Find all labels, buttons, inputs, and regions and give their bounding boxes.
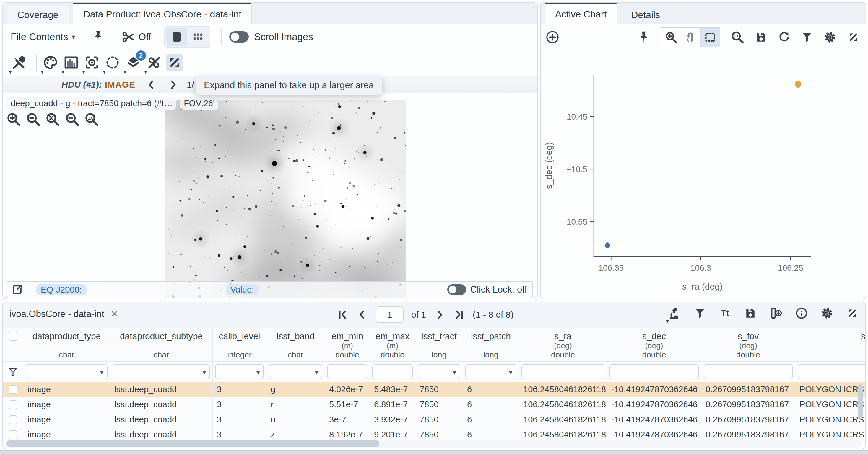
expand-panel-button[interactable] bbox=[166, 54, 183, 71]
tab-data-product[interactable]: Data Product: ivoa.ObsCore - data-int bbox=[73, 3, 252, 24]
file-contents-dropdown[interactable]: File Contents ▾ bbox=[11, 31, 75, 42]
filter-input-s_region[interactable] bbox=[798, 364, 866, 379]
unlink-wcs-button[interactable]: ▾ bbox=[145, 54, 162, 71]
filter-input-dataproduct_subtype[interactable] bbox=[113, 364, 210, 379]
table-cell-lsst_patch[interactable]: 6 bbox=[463, 382, 519, 397]
analyze-button[interactable]: ▾ bbox=[667, 306, 682, 321]
table-cell-calib_level[interactable]: 3 bbox=[213, 412, 267, 427]
table-cell-dataproduct_subtype[interactable]: lsst.deep_coadd bbox=[110, 412, 213, 427]
column-header-calib_level[interactable]: calib_levelinteger bbox=[213, 328, 267, 361]
table-cell-lsst_band[interactable]: u bbox=[267, 412, 325, 427]
last-page-button[interactable] bbox=[453, 309, 465, 321]
chart-point-highlighted[interactable] bbox=[795, 81, 801, 88]
row-checkbox[interactable] bbox=[3, 397, 23, 412]
table-cell-em_max[interactable]: 5.483e-7 bbox=[370, 382, 415, 397]
table-cell-s_region[interactable]: POLYGON ICRS 10 bbox=[795, 397, 866, 412]
table-cell-lsst_tract[interactable]: 7850 bbox=[415, 397, 463, 412]
color-palette-button[interactable]: ▾ bbox=[42, 54, 59, 71]
chart-zoom-tool-button[interactable] bbox=[661, 28, 681, 46]
add-column-button[interactable] bbox=[769, 306, 783, 320]
click-lock-toggle[interactable] bbox=[447, 284, 466, 295]
column-header-s_fov[interactable]: s_fov(deg)double bbox=[701, 328, 795, 361]
checkbox[interactable] bbox=[8, 400, 18, 409]
pin-chart-button[interactable] bbox=[637, 30, 651, 44]
table-cell-s_region[interactable]: POLYGON ICRS 10 bbox=[795, 382, 866, 397]
pin-image-button[interactable] bbox=[91, 30, 105, 44]
table-cell-dataproduct_subtype[interactable]: lsst.deep_coadd bbox=[110, 397, 213, 412]
table-cell-lsst_band[interactable]: g bbox=[267, 382, 325, 397]
tab-details[interactable]: Details bbox=[621, 6, 670, 24]
filter-input-em_max[interactable] bbox=[372, 364, 413, 379]
table-info-button[interactable] bbox=[795, 306, 808, 320]
image-tools-button[interactable]: ▾ bbox=[10, 54, 27, 71]
column-header-lsst_patch[interactable]: lsst_patchlong bbox=[463, 328, 519, 361]
column-header-s_region[interactable]: s_regionchar bbox=[795, 328, 866, 361]
filter-input-s_fov[interactable] bbox=[704, 364, 793, 379]
table-cell-s_ra[interactable]: 106.24580461826118 bbox=[519, 397, 607, 412]
add-chart-button[interactable] bbox=[546, 30, 560, 44]
table-cell-s_fov[interactable]: 0.2670995183798167 bbox=[701, 397, 795, 412]
table-cell-em_max[interactable]: 3.932e-7 bbox=[370, 412, 415, 427]
chart-save-button[interactable] bbox=[754, 31, 768, 44]
filter-input-s_ra[interactable] bbox=[522, 364, 604, 379]
chart-point-data[interactable] bbox=[605, 242, 610, 248]
table-cell-s_dec[interactable]: -10.419247870362646 bbox=[607, 397, 701, 412]
filter-input-s_dec[interactable] bbox=[610, 364, 699, 379]
zoom-in-button[interactable] bbox=[6, 111, 21, 127]
table-cell-s_dec[interactable]: -10.419247870362646 bbox=[607, 412, 701, 427]
zoom-1x-button[interactable] bbox=[84, 111, 99, 127]
recenter-button[interactable]: ▾ bbox=[83, 54, 100, 71]
select-all-checkbox[interactable] bbox=[3, 328, 23, 361]
chart-restore-button[interactable] bbox=[778, 31, 790, 44]
hdu-next-button[interactable] bbox=[167, 79, 179, 91]
next-page-button[interactable] bbox=[434, 309, 445, 321]
page-input[interactable] bbox=[376, 306, 404, 323]
filter-input-em_min[interactable] bbox=[327, 364, 367, 379]
column-header-dataproduct_type[interactable]: dataproduct_typechar bbox=[23, 328, 110, 361]
mask-overlay-button[interactable]: ▾ bbox=[104, 54, 121, 71]
table-cell-em_min[interactable]: 4.026e-7 bbox=[325, 382, 370, 397]
text-view-button[interactable] bbox=[718, 306, 732, 320]
filter-input-dataproduct_type[interactable] bbox=[26, 364, 107, 379]
tab-coverage[interactable]: Coverage bbox=[7, 6, 69, 24]
zoom-out-button[interactable] bbox=[25, 111, 41, 127]
table-cell-lsst_patch[interactable]: 6 bbox=[463, 412, 519, 427]
table-cell-s_fov[interactable]: 0.2670995183798167 bbox=[701, 382, 795, 397]
scroll-images-toggle[interactable] bbox=[229, 31, 249, 42]
prev-page-button[interactable] bbox=[356, 309, 368, 321]
chart-filter-button[interactable] bbox=[801, 31, 813, 43]
chart-zoom-reset-button[interactable] bbox=[730, 30, 745, 44]
table-cell-s_fov[interactable]: 0.2670995183798167 bbox=[701, 412, 795, 427]
table-horizontal-scrollbar[interactable] bbox=[6, 440, 862, 448]
grid-view-button[interactable] bbox=[187, 28, 209, 46]
table-cell-calib_level[interactable]: 3 bbox=[213, 382, 267, 397]
checkbox[interactable] bbox=[8, 430, 18, 439]
table-filter-button[interactable] bbox=[694, 307, 706, 319]
table-cell-s_region[interactable]: POLYGON ICRS 10 bbox=[795, 412, 866, 427]
table-save-button[interactable] bbox=[744, 307, 757, 320]
table-cell-s_ra[interactable]: 106.24580461826118 bbox=[519, 382, 607, 397]
row-checkbox[interactable] bbox=[3, 382, 23, 397]
zoom-fit-button[interactable] bbox=[45, 111, 60, 127]
column-header-lsst_band[interactable]: lsst_bandchar bbox=[267, 328, 325, 361]
layers-button[interactable]: 2▾ bbox=[125, 54, 142, 71]
table-vertical-scrollbar[interactable] bbox=[858, 384, 863, 419]
chart-select-tool-button[interactable] bbox=[700, 28, 720, 46]
row-checkbox[interactable] bbox=[3, 412, 23, 427]
checkbox[interactable] bbox=[8, 385, 18, 394]
table-cell-dataproduct_type[interactable]: image bbox=[23, 412, 110, 427]
table-cell-em_max[interactable]: 6.891e-7 bbox=[370, 397, 415, 412]
column-header-em_min[interactable]: em_min(m)double bbox=[325, 328, 370, 361]
single-view-button[interactable] bbox=[166, 28, 187, 46]
close-icon[interactable]: ✕ bbox=[111, 309, 118, 319]
table-cell-calib_level[interactable]: 3 bbox=[213, 397, 267, 412]
filter-input-lsst_band[interactable] bbox=[269, 364, 322, 379]
table-cell-dataproduct_type[interactable]: image bbox=[23, 382, 110, 397]
expand-readout-button[interactable] bbox=[11, 283, 24, 296]
checkbox[interactable] bbox=[8, 415, 18, 424]
table-cell-dataproduct_type[interactable]: image bbox=[23, 397, 110, 412]
table-settings-button[interactable] bbox=[820, 306, 834, 320]
fits-image-view[interactable] bbox=[165, 100, 406, 298]
filter-input-lsst_patch[interactable] bbox=[465, 364, 517, 379]
stretch-histogram-button[interactable]: ▾ bbox=[63, 54, 80, 71]
